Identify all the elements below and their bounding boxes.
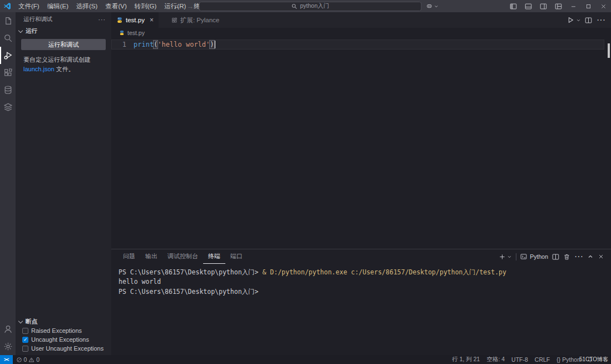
tab-output[interactable]: 输出 bbox=[140, 249, 162, 264]
copilot-menu[interactable] bbox=[426, 3, 439, 9]
panel-tab-bar: 问题 输出 调试控制台 终端 端口 bbox=[111, 249, 611, 264]
close-panel-icon[interactable] bbox=[598, 253, 604, 260]
tab-debug-console[interactable]: 调试控制台 bbox=[162, 249, 203, 264]
activity-bar-spacer bbox=[0, 116, 16, 321]
terminal-profile-dropdown-icon[interactable] bbox=[507, 254, 512, 259]
launch-json-link[interactable]: launch.json bbox=[23, 66, 55, 72]
command-center-search[interactable]: python入门 bbox=[199, 2, 422, 11]
chevron-down-icon bbox=[434, 4, 439, 9]
close-tab-icon[interactable]: × bbox=[150, 16, 154, 24]
split-terminal-icon[interactable] bbox=[552, 253, 559, 260]
command-center: ← → python入门 bbox=[173, 0, 439, 12]
split-editor-icon[interactable] bbox=[583, 14, 594, 26]
uncaught-exceptions-checkbox[interactable] bbox=[22, 337, 28, 343]
tab-problems[interactable]: 问题 bbox=[118, 249, 140, 264]
maximize-panel-icon[interactable] bbox=[587, 253, 594, 260]
errors-icon bbox=[16, 357, 22, 363]
indentation-status[interactable]: 空格: 4 bbox=[483, 356, 508, 363]
breakpoint-row: User Uncaught Exceptions bbox=[16, 344, 111, 353]
history-back-icon[interactable]: ← bbox=[173, 2, 181, 11]
braces-icon: {} bbox=[556, 356, 560, 363]
account-icon[interactable] bbox=[0, 321, 16, 338]
menu-file[interactable]: 文件(F) bbox=[14, 0, 43, 12]
tab-test-py[interactable]: test.py × bbox=[111, 12, 159, 28]
breakpoint-label: User Uncaught Exceptions bbox=[31, 345, 104, 352]
search-icon[interactable] bbox=[0, 29, 16, 47]
title-bar: 文件(F) 编辑(E) 选择(S) 查看(V) 转到(G) 运行(R) 终端(T… bbox=[0, 0, 611, 12]
raised-exceptions-checkbox[interactable] bbox=[22, 328, 28, 334]
breakpoint-label: Raised Exceptions bbox=[31, 327, 82, 334]
language-label: Python bbox=[562, 356, 580, 363]
terminal-instance-item[interactable]: Python bbox=[520, 253, 548, 260]
terminal-output[interactable]: PS C:\Users\86157\Desktop\python入门>& D:/… bbox=[111, 264, 611, 355]
code-token-string: 'hello world' bbox=[157, 41, 210, 48]
run-python-file-button[interactable] bbox=[565, 14, 576, 26]
vscode-logo-icon bbox=[0, 2, 14, 10]
eol-status[interactable]: CRLF bbox=[531, 356, 553, 363]
minimize-button[interactable] bbox=[566, 0, 581, 12]
breakpoints-section-header[interactable]: 断点 bbox=[16, 317, 111, 326]
explorer-icon[interactable] bbox=[0, 12, 16, 29]
run-section-header[interactable]: 运行 bbox=[16, 27, 111, 36]
run-and-debug-sidebar: 运行和调试 ··· 运行 运行和调试 要自定义运行和调试创建 launch.js… bbox=[16, 12, 111, 355]
vscode-window: 文件(F) 编辑(E) 选择(S) 查看(V) 转到(G) 运行(R) 终端(T… bbox=[0, 0, 611, 364]
title-bar-controls bbox=[506, 0, 611, 12]
tab-extension-pylance[interactable]: 扩展: Pylance bbox=[166, 12, 224, 28]
kill-terminal-icon[interactable] bbox=[563, 253, 570, 260]
more-actions-icon[interactable]: ··· bbox=[595, 14, 607, 26]
toggle-panel-icon[interactable] bbox=[521, 0, 536, 12]
run-and-debug-button[interactable]: 运行和调试 bbox=[21, 39, 106, 50]
warnings-icon bbox=[28, 357, 35, 363]
tab-terminal[interactable]: 终端 bbox=[203, 249, 225, 264]
terminal-command: & D:/python/python.exe c:/Users/86157/De… bbox=[262, 268, 506, 276]
text-cursor bbox=[215, 41, 216, 48]
run-and-debug-icon[interactable] bbox=[0, 47, 16, 64]
breadcrumb-item[interactable]: test.py bbox=[127, 29, 145, 36]
chevron-down-icon bbox=[18, 319, 23, 323]
language-status[interactable]: {} Python bbox=[553, 356, 584, 363]
user-uncaught-exceptions-checkbox[interactable] bbox=[22, 346, 28, 352]
breadcrumb[interactable]: test.py bbox=[111, 28, 611, 38]
tab-label: 扩展: Pylance bbox=[180, 16, 219, 24]
panel-more-actions-icon[interactable]: ··· bbox=[574, 252, 583, 262]
notifications-bell-icon[interactable] bbox=[584, 357, 597, 363]
errors-count: 0 bbox=[24, 356, 27, 363]
database-icon[interactable] bbox=[0, 81, 16, 99]
encoding-status[interactable]: UTF-8 bbox=[508, 356, 531, 363]
menu-view[interactable]: 查看(V) bbox=[101, 0, 130, 12]
customize-layout-icon[interactable] bbox=[551, 0, 566, 12]
terminal-prompt: PS C:\Users\86157\Desktop\python入门> bbox=[119, 268, 258, 276]
breakpoint-label: Uncaught Exceptions bbox=[31, 336, 89, 343]
code-token-function: print bbox=[134, 41, 154, 48]
cursor-position-status[interactable]: 行 1, 列 21 bbox=[449, 356, 483, 363]
menu-selection[interactable]: 选择(S) bbox=[72, 0, 101, 12]
code-line: 1print('hello world') bbox=[111, 40, 611, 50]
menu-edit[interactable]: 编辑(E) bbox=[43, 0, 72, 12]
launch-hint-text: 要自定义运行和调试创建 launch.json 文件。 bbox=[16, 51, 111, 74]
maximize-button[interactable] bbox=[581, 0, 596, 12]
run-dropdown-icon[interactable] bbox=[575, 14, 581, 26]
breakpoints-title: 断点 bbox=[26, 318, 37, 326]
toggle-primary-sidebar-icon[interactable] bbox=[506, 0, 521, 12]
tab-ports[interactable]: 端口 bbox=[225, 249, 248, 264]
close-window-button[interactable] bbox=[596, 0, 611, 12]
history-forward-icon[interactable]: → bbox=[186, 2, 195, 11]
search-icon bbox=[291, 3, 297, 9]
new-terminal-icon[interactable] bbox=[499, 253, 506, 260]
editor-group: test.py × 扩展: Pylance bbox=[111, 12, 611, 355]
run-section-label: 运行 bbox=[26, 27, 37, 35]
search-query: python入门 bbox=[300, 2, 329, 10]
status-bar: >< 0 0 行 1, 列 21 空格: 4 UTF-8 CRLF {} Pyt… bbox=[0, 355, 611, 364]
editor-actions: ··· bbox=[565, 12, 611, 28]
terminal-prompt: PS C:\Users\86157\Desktop\python入门> bbox=[119, 288, 258, 296]
python-icon bbox=[116, 17, 123, 23]
sidebar-more-actions-icon[interactable]: ··· bbox=[98, 16, 106, 23]
problems-status[interactable]: 0 0 bbox=[13, 356, 43, 363]
extensions-icon[interactable] bbox=[0, 64, 16, 81]
menu-go[interactable]: 转到(G) bbox=[131, 0, 161, 12]
code-editor[interactable]: 1print('hello world') bbox=[111, 38, 611, 249]
settings-gear-icon[interactable] bbox=[0, 338, 16, 355]
layers-icon[interactable] bbox=[0, 99, 16, 116]
remote-indicator[interactable]: >< bbox=[0, 355, 13, 364]
toggle-secondary-sidebar-icon[interactable] bbox=[536, 0, 551, 12]
